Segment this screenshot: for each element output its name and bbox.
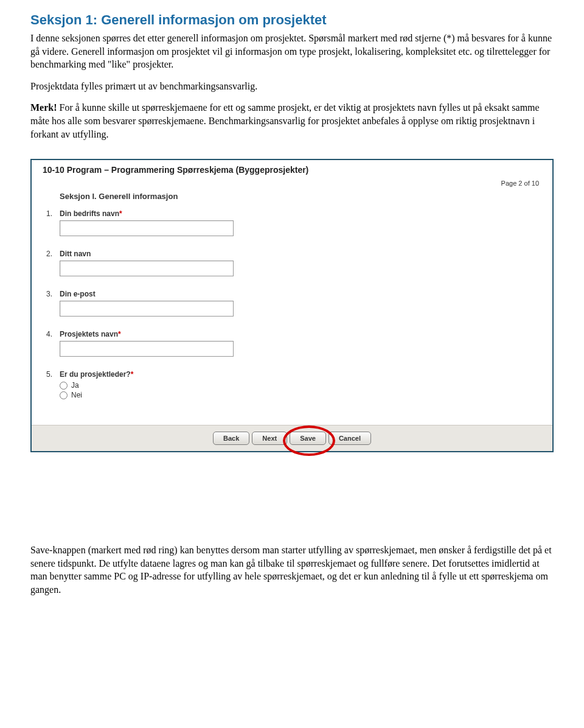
question-label-text: Er du prosjektleder? bbox=[60, 370, 131, 379]
your-name-input[interactable] bbox=[60, 261, 234, 276]
radio-yes-input[interactable] bbox=[60, 382, 68, 390]
merk-paragraph: Merk! For å kunne skille ut spørreskjema… bbox=[30, 101, 554, 141]
question-row: 1. Din bedrifts navn* bbox=[46, 209, 541, 236]
radio-yes-label: Ja bbox=[71, 381, 79, 390]
question-row: 5. Er du prosjektleder?* Ja Nei bbox=[46, 370, 541, 401]
section-heading: Seksjon 1: Generell informasjon om prosj… bbox=[30, 12, 554, 28]
company-name-input[interactable] bbox=[60, 220, 234, 236]
page-indicator: Page 2 of 10 bbox=[43, 180, 541, 187]
form-screenshot: 10-10 Program – Programmering Spørreskje… bbox=[30, 159, 554, 452]
question-number: 2. bbox=[46, 250, 60, 258]
email-input[interactable] bbox=[60, 301, 234, 317]
question-row: 3. Din e-post bbox=[46, 290, 541, 317]
question-number: 5. bbox=[46, 370, 60, 379]
merk-text: For å kunne skille ut spørreskjemaene fo… bbox=[30, 102, 540, 139]
question-label-text: Din bedrifts navn bbox=[60, 209, 119, 218]
required-star-icon: * bbox=[131, 370, 134, 379]
required-star-icon: * bbox=[119, 209, 122, 218]
question-number: 1. bbox=[46, 209, 60, 218]
save-button[interactable]: Save bbox=[290, 432, 326, 445]
radio-option-yes[interactable]: Ja bbox=[60, 381, 541, 390]
form-section-title: Seksjon I. Generell informasjon bbox=[60, 192, 541, 201]
radio-no-label: Nei bbox=[71, 391, 82, 399]
question-label-text: Din e-post bbox=[60, 290, 96, 298]
radio-no-input[interactable] bbox=[60, 391, 68, 399]
radio-option-no[interactable]: Nei bbox=[60, 391, 541, 399]
intro-paragraph-2: Prosjektdata fylles primært ut av benchm… bbox=[30, 80, 554, 93]
intro-paragraph-1: I denne seksjonen spørres det etter gene… bbox=[30, 32, 554, 71]
cancel-button[interactable]: Cancel bbox=[328, 432, 371, 445]
question-label: Ditt navn bbox=[60, 250, 541, 258]
merk-label: Merk! bbox=[30, 102, 57, 113]
question-number: 3. bbox=[46, 290, 60, 298]
question-label: Prosjektets navn* bbox=[60, 330, 541, 338]
footer-paragraph: Save-knappen (markert med rød ring) kan … bbox=[30, 544, 554, 596]
button-bar: Back Next Save Cancel bbox=[32, 425, 552, 451]
question-row: 2. Ditt navn bbox=[46, 250, 541, 276]
back-button[interactable]: Back bbox=[213, 432, 249, 445]
project-name-input[interactable] bbox=[60, 341, 234, 357]
question-row: 4. Prosjektets navn* bbox=[46, 330, 541, 357]
question-label: Er du prosjektleder?* bbox=[60, 370, 541, 379]
question-label: Din bedrifts navn* bbox=[60, 209, 541, 218]
question-label: Din e-post bbox=[60, 290, 541, 298]
question-number: 4. bbox=[46, 330, 60, 338]
required-star-icon: * bbox=[118, 330, 121, 338]
question-label-text: Prosjektets navn bbox=[60, 330, 118, 338]
next-button[interactable]: Next bbox=[252, 432, 287, 445]
form-title: 10-10 Program – Programmering Spørreskje… bbox=[43, 165, 541, 175]
question-label-text: Ditt navn bbox=[60, 250, 91, 258]
